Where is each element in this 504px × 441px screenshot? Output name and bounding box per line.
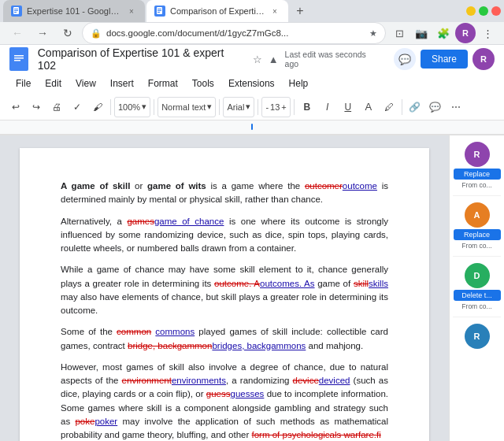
underline-button[interactable]: U <box>339 97 358 117</box>
paragraph-5: However, most games of skill also involv… <box>61 361 388 441</box>
nav-toolbar-icons: ⊡ 📷 🧩 R ⋮ <box>389 23 498 43</box>
separator5 <box>294 99 295 115</box>
p5-inserted-deviced: deviced <box>319 376 350 385</box>
docs-wrapper: Comparison of Expertise 101 & expert 102… <box>0 45 504 441</box>
tab1-close[interactable]: × <box>126 6 137 17</box>
tab2-icon <box>154 6 165 17</box>
paragraph-2: Alternatively, a gamesgame of chance is … <box>61 215 388 256</box>
tab2-close[interactable]: × <box>269 6 280 17</box>
star-icon[interactable]: ☆ <box>253 54 262 65</box>
svg-rect-9 <box>14 55 24 57</box>
close-button[interactable] <box>491 6 501 16</box>
share-button[interactable]: Share <box>421 50 468 69</box>
p5-inserted-poker: poker <box>94 417 117 426</box>
new-tab-button[interactable]: + <box>290 1 310 21</box>
link-button[interactable]: 🔗 <box>406 97 424 117</box>
print-button[interactable]: 🖨 <box>47 97 66 117</box>
replace-button-1[interactable]: Replace <box>454 169 501 180</box>
minimize-button[interactable] <box>466 6 476 16</box>
format-toolbar: ↩ ↪ 🖨 ✓ 🖌 100% ▾ Normal text ▾ Arial <box>0 94 504 120</box>
address-bar[interactable]: 🔒 docs.google.com/document/d/1gycZ7mGc8.… <box>82 22 386 44</box>
paint-format-button[interactable]: 🖌 <box>88 97 107 117</box>
separator2 <box>154 99 154 115</box>
menu-file[interactable]: File <box>9 76 37 91</box>
svg-rect-10 <box>14 57 24 59</box>
replace-button-2[interactable]: Replace <box>454 229 501 240</box>
menu-tools[interactable]: Tools <box>186 76 220 91</box>
delete-button-3[interactable]: Delete t... <box>454 290 501 301</box>
side-panel-item-3: D Delete t... From co... <box>454 263 501 310</box>
p1-inserted-outcome: outcome <box>343 181 377 191</box>
drive-icon[interactable]: ▲ <box>269 54 279 65</box>
menu-format[interactable]: Format <box>142 76 184 91</box>
undo-button[interactable]: ↩ <box>6 97 25 117</box>
ruler-cursor <box>251 124 253 130</box>
reload-button[interactable]: ↻ <box>57 22 79 44</box>
separator-1 <box>453 195 501 196</box>
maximize-button[interactable] <box>479 6 488 16</box>
menu-bar: File Edit View Insert Format Tools Exten… <box>0 73 504 94</box>
separator-3 <box>453 317 501 317</box>
separator6 <box>402 99 402 115</box>
p5-and: and <box>211 430 226 439</box>
paragraph-4: Some of the common commons played games … <box>61 325 388 353</box>
font-select[interactable]: Arial ▾ <box>223 97 254 117</box>
menu-extensions[interactable]: Extensions <box>222 76 281 91</box>
separator4 <box>258 99 258 115</box>
p4-deleted-common: common <box>117 327 151 336</box>
window-controls <box>466 6 501 16</box>
comment-button[interactable]: 💬 <box>426 97 445 117</box>
screenshot-icon[interactable]: 📷 <box>411 23 432 43</box>
extensions-icon[interactable]: 🧩 <box>433 23 454 43</box>
profile-icon[interactable]: R <box>455 23 476 43</box>
svg-rect-6 <box>158 10 161 11</box>
side-panel-avatar-3: D <box>465 263 490 288</box>
doc-page[interactable]: A game of skill or game of wits is a gam… <box>20 148 429 441</box>
fontsize-select[interactable]: - 13 + <box>261 97 290 117</box>
doc-page-wrapper: → → A game of skill or game of wits is a… <box>20 148 429 441</box>
more-button[interactable]: ⋯ <box>447 97 465 117</box>
cast-icon[interactable]: ⊡ <box>389 23 410 43</box>
svg-rect-8 <box>13 51 25 67</box>
menu-help[interactable]: Help <box>283 76 315 91</box>
bold-button[interactable]: B <box>298 97 317 117</box>
menu-edit[interactable]: Edit <box>39 76 68 91</box>
menu-insert[interactable]: Insert <box>104 76 140 91</box>
highlight-button[interactable]: 🖊 <box>380 97 398 117</box>
p2-inserted-gameofchance: game of chance <box>154 217 224 226</box>
p5-inserted-guesses: guesses <box>231 389 265 398</box>
svg-rect-7 <box>158 12 160 13</box>
menu-icon[interactable]: ⋮ <box>477 23 498 43</box>
color-button[interactable]: A <box>359 97 378 117</box>
user-avatar[interactable]: R <box>472 48 495 70</box>
tab-1[interactable]: Expertise 101 - Google Docs × <box>3 0 145 22</box>
zoom-select[interactable]: 100% ▾ <box>114 97 150 117</box>
tab-2[interactable]: Comparison of Expertise 10... × <box>146 0 288 22</box>
side-panel-item-2: A Replace From co... <box>454 202 501 250</box>
redo-button[interactable]: ↪ <box>27 97 46 117</box>
p5-deleted-form: form of psychologicals warfare.fi <box>252 430 381 439</box>
spellcheck-button[interactable]: ✓ <box>68 97 87 117</box>
browser-frame: Expertise 101 - Google Docs × Comparison… <box>0 0 504 441</box>
red-arrow-2: → <box>447 191 449 224</box>
style-select[interactable]: Normal text ▾ <box>158 97 216 117</box>
comments-icon[interactable]: 💬 <box>394 48 416 70</box>
side-panel-item-4: R <box>454 324 501 349</box>
paragraph-3: While a game of chance may have some ski… <box>61 263 388 317</box>
back-button[interactable]: ← <box>6 22 28 44</box>
forward-button[interactable]: → <box>32 22 54 44</box>
side-panel-avatar-1: R <box>465 142 490 167</box>
italic-button[interactable]: I <box>318 97 337 117</box>
p5-deleted-device: device <box>293 376 319 385</box>
svg-rect-1 <box>14 9 18 9</box>
paragraph-1: A game of skill or game of wits is a gam… <box>61 180 388 207</box>
docs-title-row: Comparison of Expertise 101 & expert 102… <box>0 45 504 73</box>
docs-logo <box>9 47 28 71</box>
p4-inserted-commons: commons <box>155 327 195 336</box>
side-panel-item-1: R Replace From co... <box>454 142 501 189</box>
p2-deleted-games: games <box>127 217 154 226</box>
last-edit-text: Last edit was seconds ago <box>285 50 381 69</box>
docs-title: Comparison of Expertise 101 & expert 102 <box>38 46 243 72</box>
doc-container[interactable]: → → A game of skill or game of wits is a… <box>0 135 449 441</box>
menu-view[interactable]: View <box>69 76 102 91</box>
